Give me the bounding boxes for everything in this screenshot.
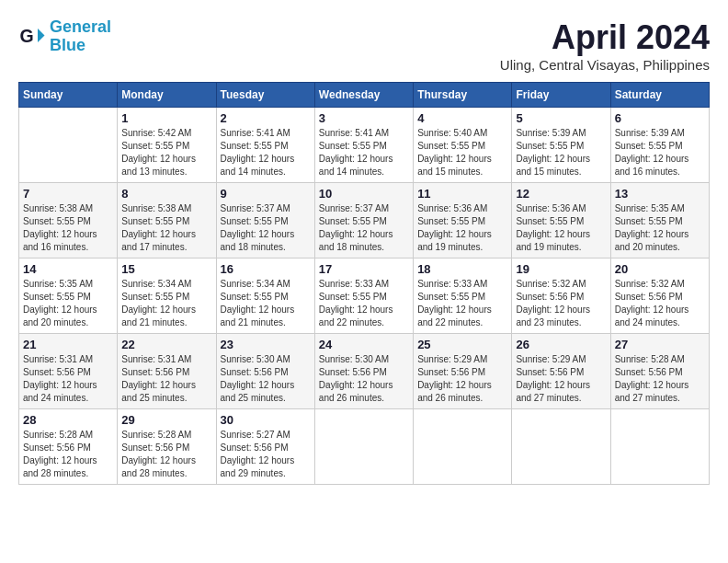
calendar-cell: 2Sunrise: 5:41 AM Sunset: 5:55 PM Daylig… [216,108,314,183]
calendar-cell [610,409,709,485]
day-info: Sunrise: 5:38 AM Sunset: 5:55 PM Dayligh… [121,202,211,254]
calendar-cell [512,409,610,485]
calendar-cell: 13Sunrise: 5:35 AM Sunset: 5:55 PM Dayli… [610,183,709,259]
calendar-cell: 9Sunrise: 5:37 AM Sunset: 5:55 PM Daylig… [216,183,314,259]
day-info: Sunrise: 5:34 AM Sunset: 5:55 PM Dayligh… [121,278,211,329]
calendar-cell: 24Sunrise: 5:30 AM Sunset: 5:56 PM Dayli… [314,334,413,409]
calendar-cell [314,409,413,485]
calendar-cell: 11Sunrise: 5:36 AM Sunset: 5:55 PM Dayli… [414,183,512,259]
calendar-cell: 28Sunrise: 5:28 AM Sunset: 5:56 PM Dayli… [19,409,118,485]
day-info: Sunrise: 5:33 AM Sunset: 5:55 PM Dayligh… [417,278,507,329]
calendar-cell: 23Sunrise: 5:30 AM Sunset: 5:56 PM Dayli… [216,334,314,409]
calendar-table: SundayMondayTuesdayWednesdayThursdayFrid… [18,82,710,485]
calendar-cell: 6Sunrise: 5:39 AM Sunset: 5:55 PM Daylig… [610,108,709,183]
day-info: Sunrise: 5:35 AM Sunset: 5:55 PM Dayligh… [615,202,705,254]
day-info: Sunrise: 5:28 AM Sunset: 5:56 PM Dayligh… [121,429,211,480]
calendar-cell: 16Sunrise: 5:34 AM Sunset: 5:55 PM Dayli… [216,259,314,334]
day-number: 9 [221,187,311,201]
calendar-cell: 18Sunrise: 5:33 AM Sunset: 5:55 PM Dayli… [414,259,512,334]
day-header-tuesday: Tuesday [216,83,314,108]
day-number: 23 [221,338,311,351]
day-header-friday: Friday [512,83,610,108]
day-info: Sunrise: 5:29 AM Sunset: 5:56 PM Dayligh… [516,353,606,405]
calendar-cell: 7Sunrise: 5:38 AM Sunset: 5:55 PM Daylig… [19,183,118,259]
calendar-week-row: 1Sunrise: 5:42 AM Sunset: 5:55 PM Daylig… [19,108,710,183]
day-number: 30 [221,413,311,427]
day-number: 2 [221,111,311,125]
page-header: G General Blue April 2024 Uling, Central… [18,18,710,73]
day-number: 6 [615,111,705,125]
day-info: Sunrise: 5:38 AM Sunset: 5:55 PM Dayligh… [23,202,113,254]
day-info: Sunrise: 5:31 AM Sunset: 5:56 PM Dayligh… [23,353,113,405]
calendar-week-row: 14Sunrise: 5:35 AM Sunset: 5:55 PM Dayli… [19,259,710,334]
day-info: Sunrise: 5:35 AM Sunset: 5:55 PM Dayligh… [23,278,113,329]
logo-text: General Blue [50,18,111,55]
day-info: Sunrise: 5:30 AM Sunset: 5:56 PM Dayligh… [319,353,409,405]
calendar-cell: 22Sunrise: 5:31 AM Sunset: 5:56 PM Dayli… [118,334,216,409]
calendar-cell: 10Sunrise: 5:37 AM Sunset: 5:55 PM Dayli… [314,183,413,259]
day-header-thursday: Thursday [414,83,512,108]
day-info: Sunrise: 5:33 AM Sunset: 5:55 PM Dayligh… [319,278,409,329]
day-number: 19 [516,262,606,276]
calendar-cell: 3Sunrise: 5:41 AM Sunset: 5:55 PM Daylig… [314,108,413,183]
calendar-cell [19,108,118,183]
calendar-cell: 1Sunrise: 5:42 AM Sunset: 5:55 PM Daylig… [118,108,216,183]
calendar-cell: 27Sunrise: 5:28 AM Sunset: 5:56 PM Dayli… [610,334,709,409]
calendar-cell: 14Sunrise: 5:35 AM Sunset: 5:55 PM Dayli… [19,259,118,334]
calendar-cell: 4Sunrise: 5:40 AM Sunset: 5:55 PM Daylig… [414,108,512,183]
day-number: 12 [516,187,606,201]
day-number: 10 [319,187,409,201]
day-info: Sunrise: 5:41 AM Sunset: 5:55 PM Dayligh… [319,127,409,178]
day-number: 15 [121,262,211,276]
day-number: 8 [121,187,211,201]
day-number: 18 [417,262,507,276]
day-number: 29 [121,413,211,427]
day-info: Sunrise: 5:42 AM Sunset: 5:55 PM Dayligh… [121,127,211,178]
title-section: April 2024 Uling, Central Visayas, Phili… [500,18,710,73]
calendar-week-row: 7Sunrise: 5:38 AM Sunset: 5:55 PM Daylig… [19,183,710,259]
month-title: April 2024 [500,18,710,57]
day-number: 14 [23,262,113,276]
day-number: 16 [221,262,311,276]
calendar-week-row: 21Sunrise: 5:31 AM Sunset: 5:56 PM Dayli… [19,334,710,409]
calendar-cell: 17Sunrise: 5:33 AM Sunset: 5:55 PM Dayli… [314,259,413,334]
day-info: Sunrise: 5:29 AM Sunset: 5:56 PM Dayligh… [417,353,507,405]
day-header-sunday: Sunday [19,83,118,108]
day-number: 27 [615,338,705,351]
day-number: 25 [417,338,507,351]
day-number: 21 [23,338,113,351]
calendar-cell: 25Sunrise: 5:29 AM Sunset: 5:56 PM Dayli… [414,334,512,409]
day-info: Sunrise: 5:28 AM Sunset: 5:56 PM Dayligh… [615,353,705,405]
day-number: 13 [615,187,705,201]
calendar-cell: 5Sunrise: 5:39 AM Sunset: 5:55 PM Daylig… [512,108,610,183]
calendar-cell [414,409,512,485]
day-header-monday: Monday [118,83,216,108]
day-info: Sunrise: 5:31 AM Sunset: 5:56 PM Dayligh… [121,353,211,405]
calendar-week-row: 28Sunrise: 5:28 AM Sunset: 5:56 PM Dayli… [19,409,710,485]
calendar-cell: 26Sunrise: 5:29 AM Sunset: 5:56 PM Dayli… [512,334,610,409]
logo: G General Blue [18,18,111,55]
calendar-cell: 15Sunrise: 5:34 AM Sunset: 5:55 PM Dayli… [118,259,216,334]
day-number: 7 [23,187,113,201]
day-number: 22 [121,338,211,351]
day-number: 28 [23,413,113,427]
day-info: Sunrise: 5:32 AM Sunset: 5:56 PM Dayligh… [615,278,705,329]
day-info: Sunrise: 5:41 AM Sunset: 5:55 PM Dayligh… [221,127,311,178]
day-number: 11 [417,187,507,201]
day-info: Sunrise: 5:37 AM Sunset: 5:55 PM Dayligh… [221,202,311,254]
calendar-cell: 29Sunrise: 5:28 AM Sunset: 5:56 PM Dayli… [118,409,216,485]
day-info: Sunrise: 5:39 AM Sunset: 5:55 PM Dayligh… [615,127,705,178]
calendar-cell: 21Sunrise: 5:31 AM Sunset: 5:56 PM Dayli… [19,334,118,409]
day-info: Sunrise: 5:27 AM Sunset: 5:56 PM Dayligh… [221,429,311,480]
logo-icon: G [18,23,46,51]
day-info: Sunrise: 5:28 AM Sunset: 5:56 PM Dayligh… [23,429,113,480]
calendar-cell: 30Sunrise: 5:27 AM Sunset: 5:56 PM Dayli… [216,409,314,485]
day-info: Sunrise: 5:36 AM Sunset: 5:55 PM Dayligh… [417,202,507,254]
day-number: 4 [417,111,507,125]
calendar-header-row: SundayMondayTuesdayWednesdayThursdayFrid… [19,83,710,108]
calendar-cell: 19Sunrise: 5:32 AM Sunset: 5:56 PM Dayli… [512,259,610,334]
day-header-saturday: Saturday [610,83,709,108]
calendar-cell: 20Sunrise: 5:32 AM Sunset: 5:56 PM Dayli… [610,259,709,334]
day-number: 24 [319,338,409,351]
day-info: Sunrise: 5:36 AM Sunset: 5:55 PM Dayligh… [516,202,606,254]
